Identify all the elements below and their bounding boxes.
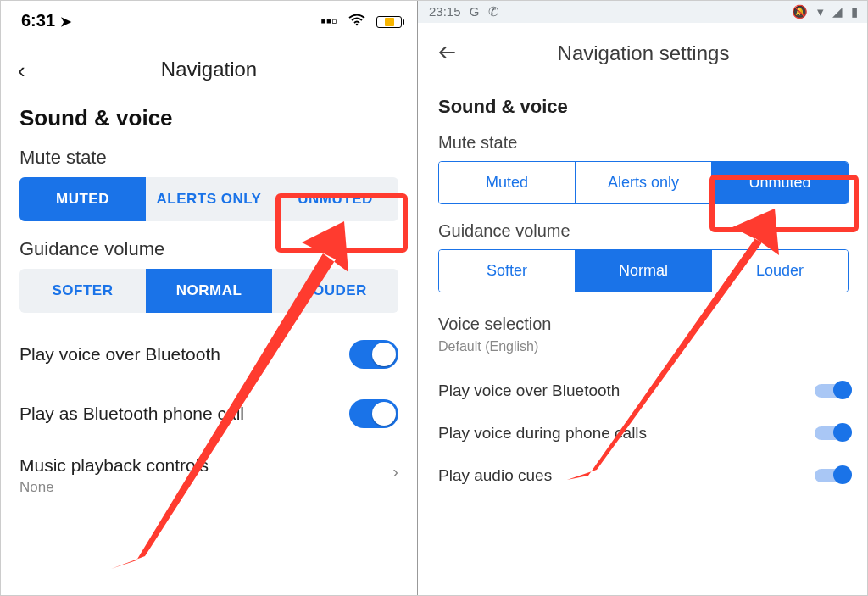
mute-state-segmented: MUTED ALERTS ONLY UNMUTED xyxy=(19,177,398,221)
mute-state-segmented: Muted Alerts only Unmuted xyxy=(438,161,849,204)
mute-option-muted[interactable]: MUTED xyxy=(19,177,146,221)
signal-icon: ◢ xyxy=(832,4,843,19)
guidance-option-normal[interactable]: Normal xyxy=(575,250,711,292)
section-title: Sound & voice xyxy=(1,100,417,143)
guidance-option-softer[interactable]: Softer xyxy=(439,250,575,292)
guidance-option-softer[interactable]: SOFTER xyxy=(19,269,146,313)
page-title: Navigation xyxy=(161,58,257,81)
guidance-option-louder[interactable]: Louder xyxy=(711,250,848,292)
guidance-volume-segmented: Softer Normal Louder xyxy=(438,249,849,292)
toggle-row-audio-cues: Play audio cues xyxy=(418,454,868,497)
mute-option-unmuted[interactable]: Unmuted xyxy=(711,162,848,203)
toggle-switch[interactable] xyxy=(815,469,849,482)
phone-android: 23:15 G ✆ 🔕 ▾ ◢ ▮ Navigation settings So… xyxy=(418,1,868,595)
back-button[interactable]: ‹ xyxy=(18,58,25,84)
guidance-option-normal[interactable]: NORMAL xyxy=(146,269,272,313)
mute-icon: 🔕 xyxy=(792,4,808,19)
toggle-label: Play voice during phone calls xyxy=(438,424,647,443)
status-icons: ▪▪▫ xyxy=(314,11,402,31)
voice-selection-label[interactable]: Voice selection xyxy=(418,309,868,343)
dropdown-icon: ▾ xyxy=(817,4,824,19)
cell-signal-icon: ▪▪▫ xyxy=(320,13,337,30)
phone-icon: ✆ xyxy=(488,4,499,19)
status-bar: 23:15 G ✆ 🔕 ▾ ◢ ▮ xyxy=(418,1,868,23)
guidance-volume-label: Guidance volume xyxy=(1,221,417,269)
battery-icon xyxy=(376,16,402,28)
page-header: ‹ Navigation xyxy=(1,34,417,100)
mute-state-label: Mute state xyxy=(418,133,868,161)
toggle-label: Play voice over Bluetooth xyxy=(19,344,220,365)
wifi-icon xyxy=(348,13,370,30)
toggle-switch[interactable] xyxy=(349,399,398,428)
voice-selection-value: Default (English) xyxy=(418,339,868,370)
mute-state-label: Mute state xyxy=(1,143,417,177)
toggle-row-bt-call: Play as Bluetooth phone call xyxy=(1,384,417,443)
battery-icon: ▮ xyxy=(851,4,858,19)
toggle-switch[interactable] xyxy=(349,340,398,369)
mute-option-muted[interactable]: Muted xyxy=(439,162,575,203)
toggle-row-phone-calls: Play voice during phone calls xyxy=(418,412,868,454)
row-label: Music playback controls xyxy=(19,455,398,476)
toggle-label: Play voice over Bluetooth xyxy=(438,382,620,400)
status-time: 23:15 xyxy=(429,4,461,19)
phone-ios: 6:31➤ ▪▪▫ ‹ Navigation Sound & voice Mut… xyxy=(1,1,418,595)
toggle-row-bluetooth: Play voice over Bluetooth xyxy=(1,325,417,384)
page-title: Navigation settings xyxy=(558,42,730,64)
page-header: Navigation settings xyxy=(418,23,868,84)
music-playback-row[interactable]: Music playback controls None › xyxy=(1,443,417,496)
back-button[interactable] xyxy=(437,42,459,67)
svg-point-0 xyxy=(356,24,359,26)
mute-option-alerts-only[interactable]: Alerts only xyxy=(575,162,711,203)
status-bar: 6:31➤ ▪▪▫ xyxy=(1,1,417,34)
guidance-option-louder[interactable]: LOUDER xyxy=(272,269,398,313)
toggle-row-bluetooth: Play voice over Bluetooth xyxy=(418,370,868,412)
toggle-label: Play audio cues xyxy=(438,466,552,485)
mute-option-unmuted[interactable]: UNMUTED xyxy=(272,177,398,221)
toggle-label: Play as Bluetooth phone call xyxy=(19,404,244,424)
location-icon: ➤ xyxy=(60,14,71,29)
toggle-switch[interactable] xyxy=(815,426,849,440)
status-time: 6:31➤ xyxy=(21,11,71,31)
guidance-volume-segmented: SOFTER NORMAL LOUDER xyxy=(19,269,398,313)
section-title: Sound & voice xyxy=(418,84,868,133)
toggle-switch[interactable] xyxy=(815,384,849,398)
google-icon: G xyxy=(470,4,480,19)
guidance-volume-label: Guidance volume xyxy=(418,221,868,249)
mute-option-alerts-only[interactable]: ALERTS ONLY xyxy=(146,177,272,221)
row-subvalue: None xyxy=(19,479,398,496)
chevron-right-icon: › xyxy=(392,462,398,482)
